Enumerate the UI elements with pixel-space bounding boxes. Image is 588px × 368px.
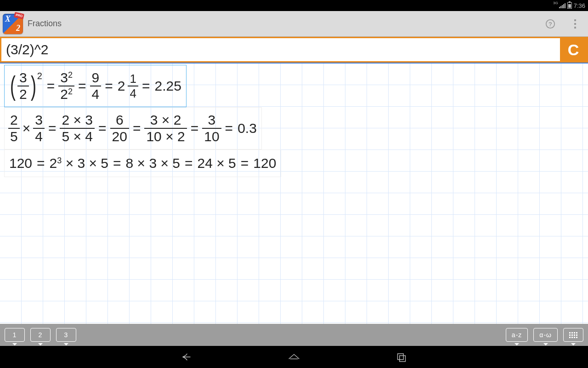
keypad-tab-1[interactable]: 1 bbox=[5, 328, 25, 342]
keypad-tab-3[interactable]: 3 bbox=[56, 328, 76, 342]
history-workspace[interactable]: ( 32 ) 2 = 32 22 = 94 = 2 14 = 2.25 25 ×… bbox=[0, 63, 588, 324]
result-decimal: 0.3 bbox=[237, 121, 258, 136]
result-decimal: 120 bbox=[252, 155, 277, 171]
overflow-menu-button[interactable] bbox=[565, 14, 585, 34]
keypad-greek[interactable]: α-ω bbox=[533, 328, 558, 342]
clock: 7:36 bbox=[574, 2, 585, 9]
keypad-alpha[interactable]: a-z bbox=[506, 328, 528, 342]
pro-badge: PRO bbox=[14, 12, 24, 19]
more-vert-icon bbox=[574, 19, 576, 29]
app-icon[interactable]: PRO bbox=[3, 14, 23, 34]
keypad-tab-2[interactable]: 2 bbox=[30, 328, 51, 342]
keypad-show-keyboard[interactable] bbox=[563, 328, 583, 342]
app-title: Fractions bbox=[28, 19, 62, 29]
clear-button[interactable]: C bbox=[560, 38, 587, 61]
network-type: 3G bbox=[553, 1, 558, 5]
history-row[interactable]: 25 × 34 = 2 × 35 × 4 = 620 = 3 × 210 × 2… bbox=[6, 109, 260, 147]
result-decimal: 2.25 bbox=[153, 78, 182, 94]
signal-icon bbox=[559, 3, 565, 8]
keyboard-icon bbox=[569, 332, 577, 338]
svg-rect-2 bbox=[398, 354, 404, 360]
back-button[interactable] bbox=[179, 349, 194, 365]
history-row[interactable]: 120 = 23 × 3 × 5 = 8 × 3 × 5 = 24 × 5 = … bbox=[6, 152, 279, 175]
keypad-tab-bar: 1 2 3 a-z α-ω bbox=[0, 324, 588, 346]
android-nav-bar bbox=[0, 346, 588, 368]
expression-input-row: C bbox=[0, 37, 588, 63]
expression-input[interactable] bbox=[1, 38, 560, 61]
history-row[interactable]: ( 32 ) 2 = 32 22 = 94 = 2 14 = 2.25 bbox=[6, 67, 184, 105]
svg-rect-3 bbox=[400, 356, 406, 362]
help-button[interactable]: ? bbox=[540, 14, 560, 34]
svg-text:?: ? bbox=[548, 20, 552, 27]
home-button[interactable] bbox=[286, 349, 302, 365]
battery-icon bbox=[567, 2, 572, 9]
android-status-bar: 3G 7:36 bbox=[0, 0, 588, 11]
app-title-bar: PRO Fractions ? bbox=[0, 11, 588, 37]
recents-button[interactable] bbox=[394, 349, 409, 365]
